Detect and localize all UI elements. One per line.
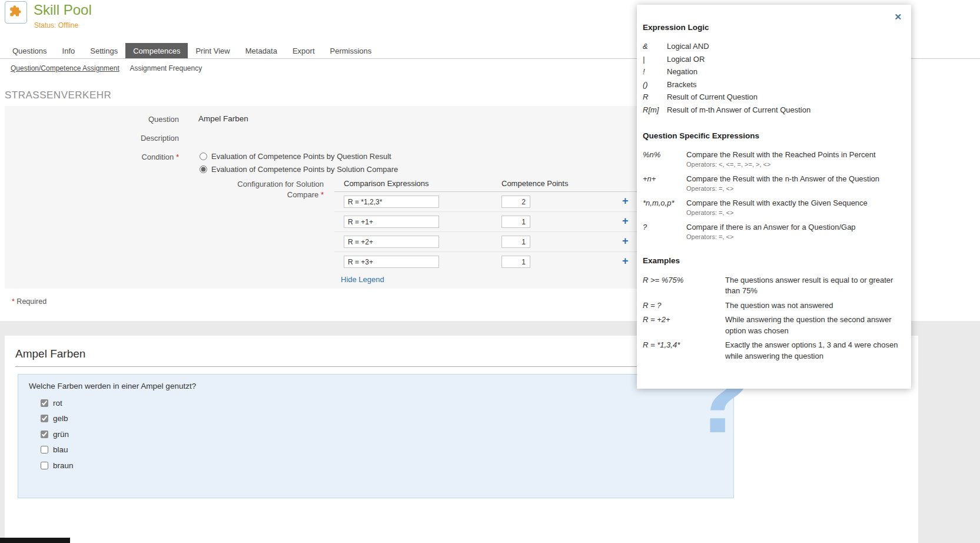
legend-operators: Operators: <, <=, =, >=, >, <> [686,161,911,168]
legend-row: ? Compare if there is an Answer for a Qu… [637,223,911,240]
legend-section-title: Examples [643,256,911,265]
subnav-assignment-frequency[interactable]: Assignment Frequency [129,64,202,72]
question-value: Ampel Farben [198,114,248,123]
legend-description: Compare the Result with the Reached Poin… [686,150,911,168]
option-label: blau [53,445,68,454]
required-note: * Required [12,297,46,306]
example-expression: R = +2+ [643,314,725,336]
tab-competences[interactable]: Competences [125,43,188,58]
legend-description: Negation [667,67,911,76]
legend-description: Compare the Result with exactly the Give… [686,198,911,216]
tab-questions[interactable]: Questions [5,43,55,58]
page-title: Skill Pool [34,2,92,18]
legend-description: Compare if there is an Answer for a Ques… [686,223,911,240]
legend-operators: Operators: =, <> [686,209,911,216]
examples-rows: R >= %75% The questions answer result is… [637,275,911,362]
legend-symbol: & [643,42,667,51]
legend-row: R Result of Current Question [637,92,911,101]
radio-label: Evaluation of Competence Points by Quest… [211,152,391,161]
legend-row: & Logical AND [637,42,911,51]
answer-options: rot gelb grün blau braun [41,395,74,474]
add-row-button[interactable]: + [622,215,629,227]
solution-compare-radio[interactable] [200,165,207,173]
example-expression: R = *1,3,4* [643,340,725,362]
legend-symbol: R[m] [643,105,667,114]
legend-description: Result of m-th Answer of Current Questio… [667,105,911,114]
legend-description: Compare the Result with the n-th Answer … [686,174,911,192]
legend-row: () Brackets [637,80,911,89]
legend-description: Logical AND [667,42,911,51]
question-result-radio[interactable] [200,153,207,160]
add-row-button[interactable]: + [622,235,629,247]
add-row-button[interactable]: + [622,255,629,267]
radio-option-solution-compare[interactable]: Evaluation of Competence Points by Solut… [200,165,398,174]
legend-row: +n+ Compare the Result with the n-th Ans… [637,174,911,192]
tab-permissions[interactable]: Permissions [323,43,380,58]
hide-legend-link[interactable]: Hide Legend [341,275,384,284]
comparison-expression-input[interactable] [344,216,439,228]
comparison-expression-input[interactable] [344,256,439,268]
legend-row: R = *1,3,4* Exactly the answer options 1… [637,340,911,362]
legend-operators: Operators: =, <> [686,185,911,192]
column-comparison-expressions: Comparison Expressions [344,179,429,188]
legend-panel: ✕ Expression Logic & Logical AND | Logic… [637,5,911,389]
puzzle-icon [8,4,24,21]
comparison-expression-input[interactable] [344,196,439,208]
competence-points-input[interactable] [501,256,530,268]
configuration-label: Configuration for Solution Compare * [5,179,324,200]
legend-row: *n,m,o,p* Compare the Result with exactl… [637,198,911,216]
gruen-checkbox[interactable] [41,431,48,438]
legend-symbol: ? [643,223,686,240]
answer-option-rot[interactable]: rot [41,395,74,411]
tab-info[interactable]: Info [55,43,83,58]
description-label: Description [5,134,179,143]
required-asterisk: * [176,153,179,161]
tab-print-view[interactable]: Print View [188,43,237,58]
competence-points-input[interactable] [501,196,530,208]
status-text: Status: Offline [34,21,78,29]
tab-metadata[interactable]: Metadata [238,43,285,58]
answer-option-braun[interactable]: braun [41,458,74,474]
question-text: Welche Farben werden in einer Ampel genu… [29,382,196,390]
legend-row: | Logical OR [637,55,911,64]
radio-option-question-result[interactable]: Evaluation of Competence Points by Quest… [200,152,391,161]
example-expression: R = ? [643,300,725,312]
legend-description: Brackets [667,80,911,89]
answer-panel: Welche Farben werden in einer Ampel genu… [18,374,734,498]
legend-row: R >= %75% The questions answer result is… [637,275,911,297]
legend-row: %n% Compare the Result with the Reached … [637,150,911,168]
legend-row: R = ? The question was not answered [637,300,911,312]
answer-option-gruen[interactable]: grün [41,426,74,442]
question-label: Question [5,115,179,124]
comparison-expression-input[interactable] [344,236,439,248]
competence-points-input[interactable] [501,236,530,248]
tab-export[interactable]: Export [285,43,323,58]
add-row-button[interactable]: + [622,195,629,207]
legend-row: R[m] Result of m-th Answer of Current Qu… [637,105,911,114]
question-specific-rows: %n% Compare the Result with the Reached … [637,150,911,240]
legend-symbol: %n% [643,150,686,168]
required-asterisk: * [321,190,324,199]
rot-checkbox[interactable] [41,399,48,407]
close-icon[interactable]: ✕ [894,12,902,22]
option-label: rot [53,399,62,408]
gelb-checkbox[interactable] [41,415,48,422]
subnav-question-competence-assignment[interactable]: Question/Competence Assignment [11,64,119,72]
example-description: The questions answer result is equal to … [725,275,911,297]
answer-option-gelb[interactable]: gelb [41,411,74,427]
expression-logic-rows: & Logical AND | Logical OR ! Negation ()… [637,42,911,114]
column-competence-points: Competence Points [501,179,568,188]
legend-symbol: () [643,80,667,89]
legend-row: R = +2+ While answering the question the… [637,314,911,336]
legend-section-title: Question Specific Expressions [643,131,911,140]
legend-symbol: R [643,92,667,101]
example-description: The question was not answered [725,300,911,312]
blau-checkbox[interactable] [41,446,48,453]
answer-option-blau[interactable]: blau [41,442,74,458]
braun-checkbox[interactable] [41,462,48,469]
example-description: While answering the question the second … [725,314,911,336]
competence-points-input[interactable] [501,216,530,228]
tab-settings[interactable]: Settings [82,43,125,58]
example-expression: R >= %75% [643,275,725,297]
legend-description: Result of Current Question [667,92,911,101]
